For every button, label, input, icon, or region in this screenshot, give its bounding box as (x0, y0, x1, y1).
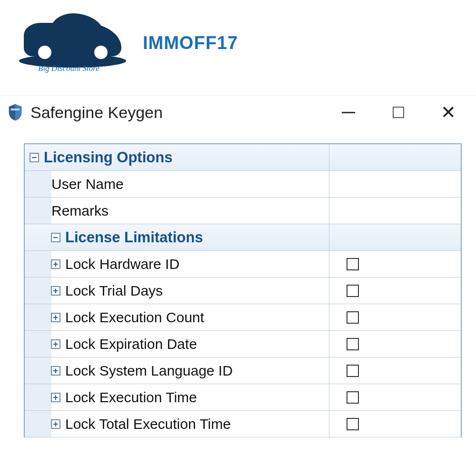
expand-icon[interactable] (51, 339, 60, 349)
row-lock-system-language-id: Lock System Language ID (25, 357, 461, 384)
close-button[interactable]: ✕ (439, 103, 458, 122)
collapse-icon[interactable] (30, 153, 39, 162)
checkbox-lock-hardware-id[interactable] (347, 258, 359, 270)
banner-title: IMMOFF17 (143, 33, 238, 53)
maximize-button[interactable] (389, 103, 408, 122)
titlebar: Safengine Keygen ✕ (0, 96, 476, 129)
item-label: Lock Total Execution Time (65, 416, 231, 432)
row-lock-hardware-id: Lock Hardware ID (25, 251, 461, 278)
window-title: Safengine Keygen (30, 103, 339, 122)
expand-icon[interactable] (51, 393, 60, 402)
license-limitations-label: License Limitations (65, 229, 203, 246)
row-lock-total-execution-time: Lock Total Execution Time (25, 411, 461, 437)
checkbox-lock-trial-days[interactable] (347, 285, 359, 297)
expand-icon[interactable] (51, 419, 60, 429)
expand-icon[interactable] (51, 313, 60, 322)
window-controls: ✕ (339, 103, 472, 122)
expand-icon[interactable] (51, 286, 60, 296)
item-label: Lock System Language ID (65, 363, 233, 379)
car-logo: Big Discount Store (19, 10, 129, 76)
expand-icon[interactable] (51, 366, 60, 376)
checkbox-lock-execution-count[interactable] (347, 311, 359, 324)
minimize-button[interactable] (339, 103, 358, 122)
user-name-value[interactable] (329, 171, 461, 197)
shield-icon (8, 103, 23, 121)
item-label: Lock Trial Days (65, 283, 163, 299)
app-window: Safengine Keygen ✕ Licensing Options Use… (0, 95, 476, 476)
row-remarks: Remarks (25, 198, 461, 224)
collapse-icon[interactable] (51, 233, 60, 242)
licensing-options-label: Licensing Options (44, 149, 172, 166)
checkbox-lock-expiration-date[interactable] (347, 338, 359, 350)
item-label: Lock Hardware ID (65, 256, 179, 272)
item-label: Lock Expiration Date (65, 336, 197, 352)
row-lock-trial-days: Lock Trial Days (25, 278, 461, 304)
user-name-label: User Name (51, 176, 124, 192)
item-label: Lock Execution Time (65, 389, 197, 406)
property-grid: Licensing Options User Name Remarks Lice… (24, 143, 462, 437)
logo-subtext: Big Discount Store (38, 64, 99, 73)
item-label: Lock Execution Count (65, 309, 204, 326)
remarks-label: Remarks (51, 203, 109, 219)
checkbox-lock-total-execution-time[interactable] (347, 418, 359, 430)
row-lock-expiration-date: Lock Expiration Date (25, 331, 461, 357)
group-license-limitations: License Limitations (25, 224, 461, 251)
group-licensing-options: Licensing Options (25, 144, 461, 171)
remarks-value[interactable] (329, 198, 461, 224)
checkbox-lock-execution-time[interactable] (347, 391, 359, 404)
row-lock-execution-time: Lock Execution Time (25, 384, 461, 411)
expand-icon[interactable] (51, 259, 60, 269)
page-banner: Big Discount Store IMMOFF17 (0, 0, 476, 81)
checkbox-lock-system-language-id[interactable] (347, 365, 359, 377)
row-user-name: User Name (25, 171, 461, 198)
row-lock-execution-count: Lock Execution Count (25, 304, 461, 331)
